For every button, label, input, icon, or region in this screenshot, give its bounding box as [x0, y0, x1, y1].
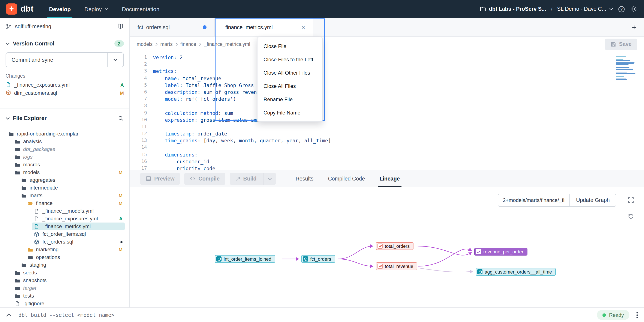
context-menu-item-close-file[interactable]: Close File: [258, 40, 322, 53]
lineage-filter-input[interactable]: [498, 194, 570, 206]
tree-item-finance-models-yml[interactable]: _finance__models.yml: [0, 207, 130, 215]
cube-icon: [34, 239, 40, 245]
tree-item-finance-exposures-yml[interactable]: _finance_exposures.ymlA: [0, 215, 130, 222]
preview-button[interactable]: Preview: [140, 173, 180, 185]
minimap: [616, 56, 636, 80]
tab-compiled-code[interactable]: Compiled Code: [328, 170, 365, 187]
breadcrumb-bar: models marts finance _finance_metrics.ym…: [130, 37, 644, 52]
tree-item-tests[interactable]: tests: [0, 292, 130, 300]
file-explorer-header[interactable]: File Explorer: [0, 109, 130, 127]
tree-item-logs[interactable]: logs: [0, 153, 130, 161]
lineage-node-total-revenue[interactable]: total_revenue: [376, 262, 417, 270]
lineage-node-fct-orders[interactable]: fct_orders: [301, 255, 335, 263]
folder-icon: [14, 154, 20, 160]
status-badge: A: [120, 82, 124, 87]
tree-item-fct-order-items-sql[interactable]: fct_order_items.sql: [0, 230, 130, 238]
chevron-right-icon: [155, 42, 158, 46]
tab-results[interactable]: Results: [296, 170, 314, 187]
folder-icon: [14, 162, 20, 167]
compile-button[interactable]: Compile: [184, 173, 226, 185]
metric-chart-icon: [378, 264, 383, 269]
tree-item-rapid-onboarding-exemplar[interactable]: rapid-onboarding-exemplar: [0, 130, 130, 138]
account-selector[interactable]: dbt Labs - ProServ S...: [480, 6, 546, 12]
nav-tab-develop[interactable]: Develop: [42, 0, 78, 18]
tree-item-target[interactable]: target: [0, 284, 130, 292]
context-menu-item-close-all-files[interactable]: Close All Files: [258, 79, 322, 93]
version-control-header[interactable]: Version Control 2: [0, 35, 130, 49]
tree-item-staging[interactable]: staging: [0, 261, 130, 269]
lineage-node-revenue-per-order[interactable]: revenue_per_order: [474, 248, 527, 255]
folder-icon: [28, 247, 33, 252]
code-editor[interactable]: 1234567891011121314151617 version: 2 met…: [130, 52, 644, 170]
status-badge: M: [116, 247, 122, 252]
tree-item-gitignore[interactable]: .gitignore: [0, 300, 130, 307]
context-menu-item-close-all-other-files[interactable]: Close All Other Files: [258, 66, 322, 79]
nav-tab-documentation[interactable]: Documentation: [115, 0, 166, 18]
chevron-up-icon[interactable]: [6, 313, 12, 317]
editor-tab-fct-orders-sql[interactable]: fct_orders.sql: [130, 18, 215, 37]
tree-item-seeds[interactable]: seeds: [0, 269, 130, 276]
commit-options-chevron[interactable]: [107, 53, 124, 67]
context-menu-item-close-files-to-the-left[interactable]: Close Files to the Left: [258, 53, 322, 66]
chevron-down-icon: [104, 8, 108, 10]
project-selector[interactable]: SL Demo - Dave C...: [557, 6, 613, 12]
metric-chart-icon: [378, 243, 383, 249]
kebab-menu-icon[interactable]: [636, 311, 638, 318]
change-item-finance-exposures-yml[interactable]: _finance_exposures.ymlA: [0, 81, 130, 89]
command-bar: Ready: [0, 307, 644, 322]
tree-item-marts[interactable]: martsM: [0, 192, 130, 199]
chevron-down-icon: [6, 42, 10, 45]
tree-item-finance[interactable]: financeM: [0, 199, 130, 207]
tree-item-fct-orders-sql[interactable]: fct_orders.sql: [0, 238, 130, 246]
model-cube-icon: [303, 256, 308, 261]
changes-count-badge: 2: [114, 40, 124, 47]
search-icon[interactable]: [118, 115, 124, 121]
settings-gear-icon[interactable]: [630, 5, 637, 13]
chevron-down-icon: [609, 8, 613, 10]
tree-item-models[interactable]: modelsM: [0, 168, 130, 176]
tree-item-operations[interactable]: operations: [0, 253, 130, 261]
commit-and-sync-button[interactable]: Commit and sync: [6, 52, 124, 67]
tree-item-aggregates[interactable]: aggregates: [0, 176, 130, 184]
tree-item-marketing[interactable]: marketingM: [0, 246, 130, 253]
status-dot: [603, 313, 606, 317]
branch-row: sqlfluff-meeting: [0, 18, 130, 35]
brand-text: dbt: [20, 4, 34, 14]
editor-tab-finance-metrics-yml[interactable]: _finance_metrics.yml ×: [215, 18, 313, 37]
tree-item-snapshots[interactable]: snapshots: [0, 276, 130, 284]
change-item-dim-customers-sql[interactable]: dim_customers.sqlM: [0, 89, 130, 97]
nav-tab-deploy[interactable]: Deploy: [78, 0, 115, 18]
close-icon[interactable]: ×: [301, 24, 305, 31]
tree-item-dbt-packages[interactable]: dbt_packages: [0, 145, 130, 153]
tree-item-finance-metrics-yml[interactable]: _finance_metrics.yml: [0, 222, 130, 230]
sidebar: sqlfluff-meeting Version Control 2 Commi…: [0, 18, 130, 307]
model-cube-icon: [216, 256, 222, 261]
lineage-node-total-orders[interactable]: total_orders: [376, 242, 414, 250]
build-options-chevron[interactable]: [264, 173, 276, 185]
model-cube-icon: [477, 269, 482, 274]
tree-item-analysis[interactable]: analysis: [0, 138, 130, 145]
save-button[interactable]: Save: [605, 38, 637, 50]
new-tab-button[interactable]: [631, 24, 637, 30]
tree-item-macros[interactable]: macros: [0, 161, 130, 168]
dbt-logo[interactable]: dbt: [0, 4, 42, 15]
unsaved-dot: [120, 241, 122, 243]
chevron-down-icon: [6, 117, 10, 119]
update-graph-button[interactable]: Update Graph: [570, 194, 616, 206]
docs-book-icon[interactable]: [117, 23, 124, 30]
context-menu-item-copy-file-name[interactable]: Copy File Name: [258, 106, 322, 119]
fullscreen-icon[interactable]: [625, 194, 636, 205]
reset-view-icon[interactable]: [625, 210, 636, 222]
breadcrumb: finance: [180, 42, 196, 47]
build-button[interactable]: Build: [230, 173, 276, 185]
status-badge: A: [116, 216, 122, 221]
tree-item-intermediate[interactable]: intermediate: [0, 184, 130, 192]
lineage-node-int-order-items-joined[interactable]: int_order_items_joined: [215, 255, 275, 263]
context-menu-item-rename-file[interactable]: Rename File: [258, 93, 322, 106]
tab-lineage[interactable]: Lineage: [380, 170, 400, 187]
lineage-node-agg-customer-orders-all-time[interactable]: agg_customer_orders__all_time: [476, 268, 556, 276]
help-icon[interactable]: ?: [618, 5, 625, 13]
chevron-right-icon: [199, 42, 202, 46]
file-icon: [14, 301, 20, 306]
dbt-command-input[interactable]: [18, 312, 590, 318]
